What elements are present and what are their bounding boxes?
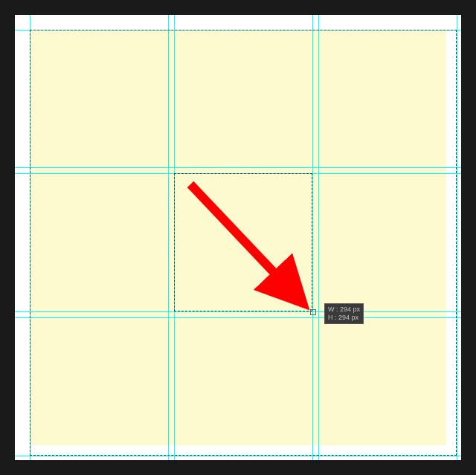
guide-horizontal[interactable] (15, 311, 461, 312)
layer-fill (30, 30, 446, 445)
guide-horizontal[interactable] (15, 167, 461, 168)
tooltip-height: H : 294 px (328, 314, 360, 322)
guide-vertical[interactable] (457, 15, 457, 460)
selection-drag-handle[interactable] (310, 309, 316, 315)
guide-horizontal[interactable] (15, 173, 461, 174)
guide-vertical[interactable] (168, 15, 169, 460)
guide-vertical[interactable] (174, 15, 175, 460)
dimensions-tooltip: W : 294 px H : 294 px (324, 303, 364, 324)
guide-horizontal[interactable] (15, 456, 461, 456)
guide-vertical[interactable] (30, 15, 30, 460)
guide-horizontal[interactable] (15, 317, 461, 318)
guide-vertical[interactable] (312, 15, 313, 460)
guide-vertical[interactable] (318, 15, 319, 460)
guide-horizontal[interactable] (15, 30, 461, 30)
tooltip-width: W : 294 px (328, 306, 360, 314)
document-canvas[interactable] (15, 15, 461, 460)
